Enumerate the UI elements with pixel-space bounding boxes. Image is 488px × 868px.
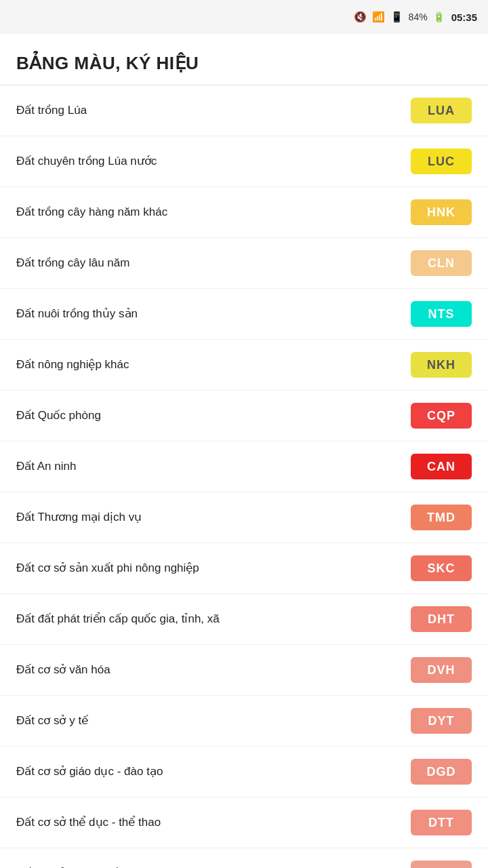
item-badge: NKH xyxy=(411,352,472,378)
list-item: Đất nông nghiệp khácNKH xyxy=(0,340,488,391)
item-badge: TMD xyxy=(411,505,472,530)
status-icons: 🔇 📶 📱 84% 🔋 xyxy=(354,11,445,23)
item-badge: LUC xyxy=(411,149,472,174)
page-header: BẢNG MÀU, KÝ HIỆU xyxy=(0,34,488,85)
item-badge: CAN xyxy=(411,454,472,479)
item-badge: CQP xyxy=(411,403,472,429)
item-label: Đất trồng cây hàng năm khác xyxy=(16,204,411,220)
item-badge: DKH xyxy=(411,861,472,868)
list-item: Đất Quốc phòngCQP xyxy=(0,391,488,441)
item-badge: DHT xyxy=(411,606,472,632)
mute-icon: 🔇 xyxy=(354,11,367,23)
list-item: Đất cơ sở sản xuất phi nông nghiệpSKC xyxy=(0,543,488,594)
list-item: Đất chuyên trồng Lúa nướcLUC xyxy=(0,136,488,187)
item-label: Đất cơ sở giáo dục - đào tạo xyxy=(16,764,411,780)
list-item: Đất cơ sở nghiên cứu khoa họcDKH xyxy=(0,848,488,868)
charging-icon: 🔋 xyxy=(433,12,445,22)
legend-list: Đất trồng LúaLUAĐất chuyên trồng Lúa nướ… xyxy=(0,85,488,868)
status-bar: 🔇 📶 📱 84% 🔋 05:35 xyxy=(0,0,488,34)
list-item: Đất cơ sở giáo dục - đào tạoDGD xyxy=(0,747,488,797)
item-badge: DVH xyxy=(411,657,472,683)
item-label: Đất cơ sở y tế xyxy=(16,713,411,729)
list-item: Đất trồng LúaLUA xyxy=(0,85,488,136)
list-item: Đất An ninhCAN xyxy=(0,441,488,492)
item-label: Đất cơ sở nghiên cứu khoa học xyxy=(16,865,411,868)
list-item: Đất cơ sở văn hóaDVH xyxy=(0,645,488,696)
item-label: Đất trồng Lúa xyxy=(16,102,411,119)
item-label: Đất Thương mại dịch vụ xyxy=(16,509,411,526)
item-label: Đất chuyên trồng Lúa nước xyxy=(16,153,411,170)
page-title: BẢNG MÀU, KÝ HIỆU xyxy=(16,53,472,74)
item-badge: DGD xyxy=(411,759,472,785)
wifi-icon: 📶 xyxy=(372,11,385,23)
item-badge: CLN xyxy=(411,250,472,276)
list-item: Đất trồng cây lâu nămCLN xyxy=(0,238,488,289)
list-item: Đất cơ sở thể dục - thể thaoDTT xyxy=(0,797,488,848)
item-label: Đất trồng cây lâu năm xyxy=(16,255,411,271)
item-label: Đất Quốc phòng xyxy=(16,408,411,424)
list-item: Đất cơ sở y tếDYT xyxy=(0,696,488,747)
list-item: Đất trồng cây hàng năm khácHNK xyxy=(0,187,488,238)
item-badge: NTS xyxy=(411,301,472,327)
item-badge: DYT xyxy=(411,708,472,734)
item-label: Đất cơ sở thể dục - thể thao xyxy=(16,814,411,831)
signal-icon: 📱 xyxy=(390,11,403,23)
item-label: Đất nuôi trồng thủy sản xyxy=(16,306,411,322)
item-label: Đất cơ sở văn hóa xyxy=(16,662,411,678)
item-badge: DTT xyxy=(411,810,472,835)
list-item: Đất nuôi trồng thủy sảnNTS xyxy=(0,289,488,340)
item-badge: SKC xyxy=(411,555,472,581)
status-time: 05:35 xyxy=(451,12,477,23)
battery-percent: 84% xyxy=(409,12,428,22)
item-label: Đất cơ sở sản xuất phi nông nghiệp xyxy=(16,560,411,576)
item-badge: LUA xyxy=(411,98,472,123)
item-badge: HNK xyxy=(411,199,472,225)
list-item: Đất đất phát triển cấp quốc gia, tỉnh, x… xyxy=(0,594,488,645)
item-label: Đất An ninh xyxy=(16,458,411,475)
item-label: Đất đất phát triển cấp quốc gia, tỉnh, x… xyxy=(16,611,411,627)
list-item: Đất Thương mại dịch vụTMD xyxy=(0,492,488,543)
item-label: Đất nông nghiệp khác xyxy=(16,357,411,373)
